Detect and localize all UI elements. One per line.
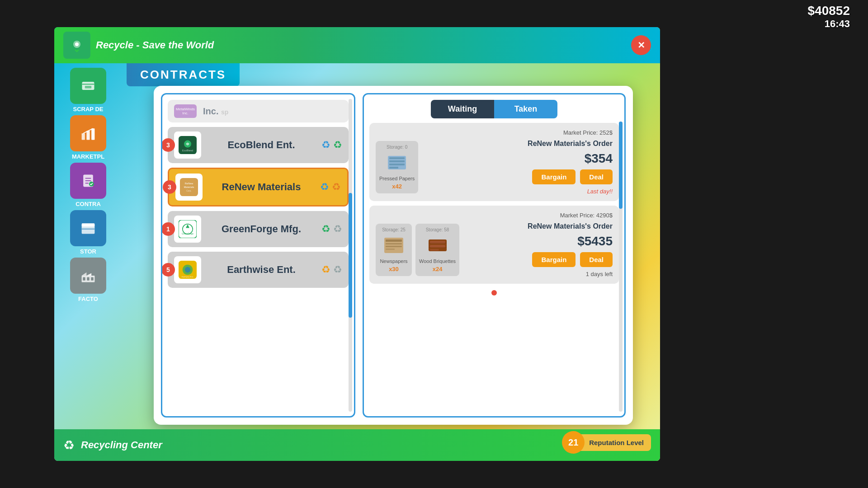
- company-item-ecoblend[interactable]: 3 EcoBlend EcoBlend Ent. ♻ ♻: [168, 127, 349, 163]
- app-logo: [63, 32, 90, 59]
- svg-rect-20: [87, 277, 89, 281]
- metalwinds-logo: MetalWinds Inc.: [174, 104, 197, 118]
- ecoblend-logo: EcoBlend: [174, 131, 201, 159]
- svg-rect-21: [91, 277, 93, 281]
- close-button[interactable]: ✕: [631, 35, 651, 55]
- greenforge-name: GreenForge Mfg.: [208, 223, 315, 235]
- scroll-dot: [491, 290, 497, 296]
- svg-marker-17: [82, 272, 87, 276]
- rep-badge-earthwise: 5: [161, 263, 175, 277]
- company-item-partial[interactable]: MetalWinds Inc. Inc. sp: [168, 100, 349, 122]
- order2-item-count-wood: x24: [433, 266, 443, 272]
- greenforge-logo: GreenForge: [174, 216, 201, 243]
- game-screen: Recycle - Save the World ✕ CONTRACTS SCR…: [54, 27, 660, 461]
- sidebar-item-scrap[interactable]: SCRAP DE: [58, 68, 118, 113]
- order1-note: Last day!!: [587, 188, 613, 195]
- order2-price: $5435: [577, 234, 613, 249]
- orders-panel: Waiting Taken Market Price: 252$ Storage…: [363, 93, 626, 418]
- svg-text:ReNew: ReNew: [185, 182, 193, 185]
- order2-company: ReNew Materials's Order: [528, 222, 613, 230]
- svg-rect-7: [91, 128, 94, 140]
- section-header: CONTRACTS: [127, 63, 240, 86]
- svg-rect-40: [389, 164, 405, 165]
- svg-rect-14: [82, 223, 95, 226]
- location-label: Recycling Center: [81, 439, 162, 451]
- order2-items: Storage: 25 Newspapers x30: [376, 224, 459, 276]
- company-item-earthwise[interactable]: 5 Earthwise Ent. Earthwise Ent. ♻ ♻: [168, 252, 349, 288]
- svg-rect-46: [386, 249, 395, 250]
- svg-rect-4: [85, 86, 91, 88]
- company-list: MetalWinds Inc. Inc. sp 3 EcoBlend EcoBl…: [161, 93, 355, 418]
- greenforge-icons: ♻ ♻: [321, 223, 342, 235]
- order1-item-pressed-papers: Storage: 0 Pressed Papers x42: [376, 141, 418, 193]
- scrap-icon: [70, 68, 106, 104]
- svg-rect-45: [386, 246, 402, 247]
- sidebar-item-factory[interactable]: FACTO: [58, 258, 118, 302]
- sidebar: SCRAP DE MARKETPL: [54, 63, 122, 307]
- sidebar-item-marketplace[interactable]: MARKETPL: [58, 115, 118, 160]
- scroll-indicator: [369, 288, 619, 297]
- svg-rect-41: [389, 167, 398, 169]
- order2-item-name-wood: Wood Briquettes: [419, 258, 456, 264]
- svg-text:Earthwise Ent.: Earthwise Ent.: [182, 276, 193, 278]
- earthwise-logo: Earthwise Ent.: [174, 256, 201, 283]
- svg-text:Corp.: Corp.: [186, 190, 192, 192]
- order1-price: $354: [585, 151, 613, 166]
- svg-rect-19: [83, 277, 85, 281]
- order2-storage-newspapers: Storage: 25: [382, 227, 406, 232]
- list-scrollbar[interactable]: [349, 99, 352, 412]
- order1-storage: Storage: 0: [387, 145, 407, 150]
- svg-point-1: [75, 42, 79, 46]
- tab-waiting[interactable]: Waiting: [431, 100, 494, 118]
- order-tabs: Waiting Taken: [431, 100, 557, 118]
- order2-item-newspapers: Storage: 25 Newspapers x30: [376, 224, 412, 276]
- svg-rect-6: [86, 131, 90, 140]
- renew-icons: ♻ ♻: [320, 181, 341, 193]
- storage-label: STOR: [80, 248, 96, 255]
- rep-badge-renew: 3: [163, 180, 176, 194]
- order1-details: ReNew Materials's Order $354 Bargain Dea…: [424, 140, 613, 195]
- panel-scrollbar-thumb: [619, 122, 623, 209]
- order2-market-price: Market Price: 4290$: [376, 212, 613, 219]
- tab-taken[interactable]: Taken: [494, 100, 557, 118]
- recycling-icon: ♻: [63, 438, 75, 453]
- order2-deal-button[interactable]: Deal: [580, 252, 613, 267]
- main-dialog: MetalWinds Inc. Inc. sp 3 EcoBlend EcoBl…: [154, 86, 633, 425]
- list-scrollbar-thumb: [349, 193, 352, 318]
- order1-bargain-button[interactable]: Bargain: [532, 169, 576, 184]
- svg-rect-39: [389, 160, 405, 162]
- sidebar-item-storage[interactable]: STOR: [58, 210, 118, 255]
- partial-name: Inc. sp: [203, 106, 228, 117]
- company-item-greenforge[interactable]: 1 GreenForge GreenForge Mfg. ♻ ♻: [168, 211, 349, 247]
- svg-rect-49: [430, 245, 445, 248]
- ecoblend-icons: ♻ ♻: [321, 139, 342, 151]
- order2-buttons: Bargain Deal: [532, 252, 613, 267]
- order2-details: ReNew Materials's Order $5435 Bargain De…: [465, 222, 613, 277]
- order2-main: Storage: 25 Newspapers x30: [376, 222, 613, 277]
- sidebar-item-contracts[interactable]: CONTRA: [58, 163, 118, 207]
- order2-item-name-newspapers: Newspapers: [380, 258, 407, 264]
- order2-item-wood: Storage: 58 Wood Briquettes: [415, 224, 459, 276]
- clock: 16:43: [808, 18, 850, 30]
- order2-bargain-button[interactable]: Bargain: [532, 252, 576, 267]
- rep-badge-greenforge: 1: [161, 222, 175, 236]
- company-item-renew[interactable]: 3 ReNew Materials Corp. ReNew Materials …: [168, 168, 349, 206]
- order1-deal-button[interactable]: Deal: [580, 169, 613, 184]
- reputation-level-number: 21: [562, 431, 585, 454]
- contracts-icon: [70, 163, 106, 199]
- panel-scrollbar[interactable]: [619, 122, 623, 412]
- rep-badge-ecoblend: 3: [161, 138, 175, 152]
- svg-point-35: [185, 267, 191, 273]
- svg-rect-44: [386, 243, 402, 244]
- reputation-display: 21 Reputation Level: [562, 431, 651, 454]
- scrap-label: SCRAP DE: [73, 106, 104, 113]
- svg-text:GreenForge: GreenForge: [182, 233, 193, 235]
- svg-rect-50: [430, 249, 439, 251]
- svg-rect-43: [386, 239, 402, 242]
- ecoblend-name: EcoBlend Ent.: [208, 139, 315, 151]
- money-amount: $40852: [808, 4, 850, 18]
- order2-days-left: 1 days left: [586, 271, 613, 277]
- svg-text:EcoBlend: EcoBlend: [182, 149, 193, 152]
- order2-item-count-newspapers: x30: [389, 266, 399, 272]
- factory-icon: [70, 258, 106, 294]
